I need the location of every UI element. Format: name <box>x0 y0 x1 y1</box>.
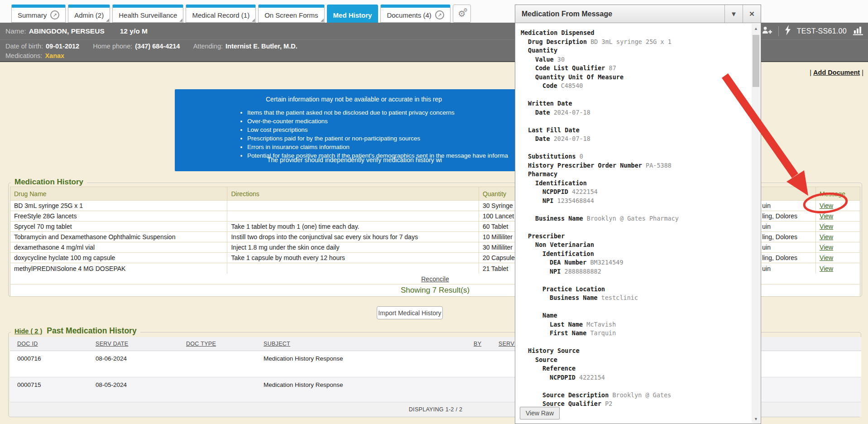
sort-header-subject[interactable]: SUBJECT <box>256 337 466 351</box>
external-link-circle-icon[interactable]: ↗ <box>50 10 59 19</box>
add-document-link[interactable]: Add Document <box>813 69 860 76</box>
dialog-collapse-button[interactable]: ▼ <box>724 5 743 23</box>
message-tree-line: Business Name testclinic <box>521 294 749 303</box>
view-message-link[interactable]: View <box>820 244 833 251</box>
message-cell: View <box>816 263 860 274</box>
field-value: Tarquin <box>586 329 616 337</box>
tab-summary[interactable]: Summary↗ <box>11 5 66 23</box>
field-label: Last Name <box>550 321 583 328</box>
directions-cell: Take 1 tablet by mouth 1 (one) time each… <box>227 222 479 231</box>
attending-label: Attending: <box>193 43 223 50</box>
tab-label: On Screen Forms <box>264 11 318 19</box>
field-label: Value <box>535 56 554 63</box>
message-tree-line: Prescriber <box>521 232 749 241</box>
view-message-link[interactable]: View <box>820 233 833 241</box>
view-message-link[interactable]: View <box>820 212 833 220</box>
external-link-circle-icon[interactable]: ↗ <box>435 10 444 19</box>
message-tree-line: Source Description Brooklyn @ Gates <box>521 391 749 400</box>
drug-name-cell: FreeStyle 28G lancets <box>10 211 227 221</box>
view-message-link[interactable]: View <box>820 202 833 209</box>
field-value: 0 <box>576 153 583 160</box>
directions-cell <box>227 201 479 211</box>
field-label: Identification <box>535 179 587 187</box>
medication-from-message-dialog: Medication From Message ▼ ✕ Medication D… <box>515 5 761 424</box>
past-history-cell <box>179 351 256 377</box>
past-history-cell <box>466 351 491 377</box>
directions-cell: Instill two drops into the conjunctival … <box>227 232 479 242</box>
notice-heading: Certain information may not be available… <box>266 96 442 103</box>
hide-link[interactable]: Hide ( 2 ) <box>14 328 42 335</box>
message-tree-line: Name <box>521 311 749 320</box>
message-tree-line: Last Fill Date <box>521 126 749 135</box>
by-cell: uin <box>758 222 816 231</box>
drug-name-cell: Sprycel 70 mg tablet <box>10 222 227 231</box>
field-label: Date <box>535 135 550 142</box>
field-label: NCPDPID <box>542 188 568 195</box>
sort-header-by[interactable]: BY <box>466 337 491 351</box>
field-value: 4222154 <box>568 188 598 195</box>
directions-cell <box>227 211 479 221</box>
view-message-link[interactable]: View <box>820 223 833 230</box>
sort-header-doc-id[interactable]: DOC ID <box>10 337 88 351</box>
view-message-link[interactable]: View <box>820 254 833 261</box>
message-tree-blank-line <box>521 338 749 347</box>
message-cell: View <box>816 253 860 263</box>
add-person-icon[interactable] <box>762 26 772 37</box>
dialog-close-icon[interactable]: ✕ <box>743 5 761 23</box>
notice-footer: The provider should independently verify… <box>267 156 442 164</box>
lightning-bolt-icon[interactable] <box>785 25 791 37</box>
drug-name-cell: Tobramycin and Dexamethasone Ophthalmic … <box>10 232 227 242</box>
field-value: 30 <box>554 56 565 63</box>
medications-value[interactable]: Xanax <box>45 52 64 59</box>
field-label: History Prescriber Order Number <box>528 162 642 169</box>
message-cell: View <box>816 222 860 231</box>
message-tree-line: Non Veterinarian <box>521 241 749 250</box>
tab-documents-4[interactable]: Documents (4)↗ <box>380 5 450 23</box>
attending-value: Internist E. Butler, M.D. <box>225 43 297 50</box>
tab-medical-record-1[interactable]: Medical Record (1) <box>186 5 256 23</box>
notice-bullet: Errors in insurance claims information <box>247 143 508 151</box>
past-history-cell <box>179 377 256 402</box>
notice-bullet: Prescriptions paid for by the patient or… <box>247 134 508 143</box>
message-tree-line: NPI 1235468844 <box>521 197 749 206</box>
notice-bullet: Items that the patient asked not be disc… <box>247 108 508 117</box>
field-value: 1235468844 <box>553 197 594 204</box>
sort-header-serv-date[interactable]: SERV DATE <box>88 337 179 351</box>
message-cell: View <box>816 211 860 221</box>
scroll-down-icon[interactable]: ▼ <box>752 414 760 423</box>
message-tree-blank-line <box>521 276 749 285</box>
message-tree-blank-line <box>521 144 749 153</box>
tab-health-surveillance[interactable]: Health Surveillance <box>112 5 183 23</box>
field-value: BD 3mL syringe 25G x 1 <box>587 38 671 45</box>
top-right-toolbar: TEST-SS61.00 <box>762 23 864 39</box>
message-tree-blank-line <box>521 117 749 126</box>
tab-med-history[interactable]: Med History <box>327 5 379 23</box>
tab-admin-2[interactable]: Admin (2) <box>68 5 110 23</box>
field-value: 4222154 <box>575 374 605 381</box>
message-tree-line: History Source <box>521 347 749 356</box>
field-label: Name <box>542 312 557 319</box>
field-label: Date <box>535 109 550 116</box>
patient-name: ABINGDON, PERSEUS <box>29 27 105 35</box>
scrollbar-thumb[interactable] <box>753 35 759 87</box>
scroll-up-icon[interactable]: ▲ <box>752 24 760 33</box>
message-tree-line: Date 2024-07-18 <box>521 135 749 144</box>
sort-header-doc-type[interactable]: DOC TYPE <box>179 337 256 351</box>
tab-on-screen-forms[interactable]: On Screen Forms <box>258 5 324 23</box>
settings-gear-button[interactable]: ⚙⚙ <box>453 5 471 23</box>
view-raw-button[interactable]: View Raw <box>520 407 560 419</box>
view-message-link[interactable]: View <box>820 265 833 272</box>
medications-label: Medications: <box>5 52 42 59</box>
reconcile-link[interactable]: Reconcile <box>421 275 449 283</box>
field-label: NCPDPID <box>550 374 575 381</box>
field-label: Non Veterinarian <box>535 241 594 248</box>
tab-corner-fold <box>106 19 109 22</box>
message-tree-line: Identification <box>521 179 749 188</box>
message-tree-line: Source <box>521 356 749 365</box>
bar-chart-icon[interactable] <box>853 25 864 37</box>
message-tree-line: NPI 2888888882 <box>521 267 749 276</box>
field-label: Pharmacy <box>528 170 557 178</box>
dialog-scrollbar[interactable]: ▲ ▼ <box>752 24 760 423</box>
import-medical-history-button[interactable]: Import Medical History <box>377 306 443 319</box>
message-tree-blank-line <box>521 223 749 232</box>
